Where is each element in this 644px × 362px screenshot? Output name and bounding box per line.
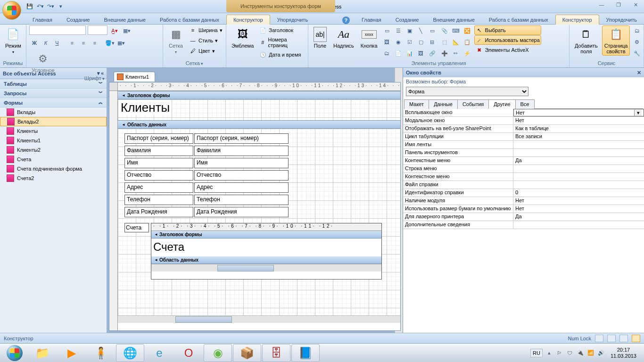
dropdown-icon[interactable]: ▾ bbox=[634, 110, 642, 116]
field-row[interactable]: ТелефонТелефон bbox=[124, 195, 289, 205]
property-row[interactable]: Для лазерного принтераДа bbox=[403, 213, 644, 221]
propsheet-tab[interactable]: Макет bbox=[404, 99, 429, 109]
tool-extra2-icon[interactable]: ⚙ bbox=[632, 37, 642, 47]
form-header-area[interactable]: Клиенты bbox=[118, 99, 400, 120]
property-row[interactable]: Контекстные менюДа bbox=[403, 157, 644, 165]
property-row[interactable]: Имя ленты bbox=[403, 141, 644, 149]
ctrl-page-icon[interactable]: 📄 bbox=[393, 48, 404, 58]
label-button[interactable]: AaНадпись bbox=[331, 25, 356, 50]
propsheet-close-icon[interactable]: ✕ bbox=[637, 70, 641, 76]
ribbon-tab[interactable]: Упорядочить bbox=[270, 15, 315, 25]
select-tool-button[interactable]: ↖Выбрать bbox=[474, 25, 541, 35]
view-datasheet-icon[interactable] bbox=[607, 335, 616, 342]
design-hscroll[interactable] bbox=[109, 315, 400, 323]
use-wizard-button[interactable]: 🪄Использовать мастера bbox=[474, 35, 541, 45]
gridlines-dropdown-icon[interactable]: ▦▾ bbox=[122, 25, 132, 36]
property-row[interactable]: Модальное окноНет bbox=[403, 117, 644, 125]
tray-shield-icon[interactable]: 🛡 bbox=[566, 349, 574, 357]
qat-customize-icon[interactable]: ▾ bbox=[57, 2, 65, 11]
nav-item[interactable]: Вклады2 bbox=[0, 117, 107, 126]
nav-item[interactable]: Счета bbox=[0, 155, 107, 164]
field-label[interactable]: Паспорт (серия, номер) bbox=[124, 133, 193, 144]
ribbon-tab[interactable]: Работа с базами данных bbox=[153, 15, 226, 25]
ctrl-option-icon[interactable]: ◉ bbox=[393, 37, 404, 47]
propsheet-tab[interactable]: Другие bbox=[488, 99, 515, 109]
textbox-button[interactable]: ab|Поле bbox=[311, 25, 329, 50]
ctrl-list-icon[interactable]: ☰ bbox=[393, 25, 404, 36]
emblem-button[interactable]: 🖼 Эмблема bbox=[229, 25, 256, 50]
view-form-icon[interactable] bbox=[595, 335, 603, 342]
ctrl-bound-icon[interactable]: 🖼 bbox=[382, 37, 392, 47]
field-control[interactable]: Адрес bbox=[194, 182, 289, 193]
grid-color-button[interactable]: 🖊Цвет ▾ bbox=[188, 46, 224, 56]
cmdbutton-button[interactable]: xxxxКнопка bbox=[358, 25, 380, 50]
field-row[interactable]: ФамилияФамилия bbox=[124, 146, 289, 156]
align-center-icon[interactable]: ≡ bbox=[78, 38, 89, 48]
field-control[interactable]: Отчество bbox=[194, 170, 289, 181]
grid-width-button[interactable]: ≡Ширина ▾ bbox=[188, 25, 224, 35]
tray-volume-icon[interactable]: 🔊 bbox=[597, 349, 605, 357]
field-control[interactable]: Имя bbox=[194, 158, 289, 168]
bold-button[interactable]: Ж bbox=[29, 38, 40, 48]
taskbar-chrome[interactable]: 🌐 bbox=[116, 344, 144, 362]
field-control[interactable]: Телефон bbox=[194, 195, 289, 205]
ctrl-rect-icon[interactable]: ▭ bbox=[427, 25, 438, 36]
property-row[interactable]: Идентификатор справки0 bbox=[403, 189, 644, 197]
field-control[interactable]: Паспорт (серия, номер) bbox=[194, 133, 289, 144]
detail-area[interactable]: Счета Заголовок формы Счета Область данн… bbox=[118, 129, 400, 315]
grid-button[interactable]: ▦ Сетка ▾ bbox=[166, 25, 186, 57]
tray-network-icon[interactable]: 📶 bbox=[587, 349, 594, 357]
ctrl-unbound-icon[interactable]: 🖼 bbox=[416, 48, 426, 58]
propsheet-tab[interactable]: Все bbox=[515, 99, 535, 109]
ctrl-optgroup-icon[interactable]: ▢ bbox=[416, 37, 426, 47]
horizontal-ruler[interactable] bbox=[118, 82, 400, 91]
field-row[interactable]: Паспорт (серия, номер)Паспорт (серия, но… bbox=[124, 133, 289, 144]
property-row[interactable]: Цикл табуляцииВсе записи bbox=[403, 133, 644, 141]
field-label[interactable]: Фамилия bbox=[124, 146, 193, 156]
taskbar-mediaplayer[interactable]: ▶ bbox=[58, 344, 86, 362]
ctrl-check-icon[interactable]: ☑ bbox=[405, 37, 415, 47]
field-control[interactable]: Дата Рождения bbox=[194, 207, 289, 217]
ctrl-combo-icon[interactable]: ▭ bbox=[382, 25, 392, 36]
view-layout-icon[interactable] bbox=[619, 335, 628, 342]
taskbar-ie[interactable]: e bbox=[145, 344, 173, 362]
nav-item[interactable]: Счета2 bbox=[0, 173, 107, 183]
group-grid-label[interactable]: Сетка bbox=[166, 59, 223, 67]
taskbar-app2[interactable]: ◉ bbox=[204, 344, 232, 362]
property-row[interactable]: Всплывающее окно▾Нет bbox=[403, 109, 644, 117]
help-icon[interactable]: ? bbox=[342, 16, 350, 24]
ribbon-tab-4[interactable]: Конструктор bbox=[555, 15, 599, 25]
ctrl-toggle-icon[interactable]: ⊟ bbox=[427, 37, 438, 47]
tray-language[interactable]: RU bbox=[530, 349, 543, 357]
pagenum-button[interactable]: #Номера страниц bbox=[258, 36, 305, 49]
add-fields-button[interactable]: 🗒Добавить поля bbox=[572, 25, 600, 56]
property-row[interactable]: Дополнительные сведения bbox=[403, 221, 644, 229]
subform-label[interactable]: Счета bbox=[124, 223, 149, 232]
propsheet-tab[interactable]: События bbox=[457, 99, 489, 109]
tray-arrow-icon[interactable]: ▴ bbox=[545, 349, 553, 357]
grid-style-button[interactable]: —Стиль ▾ bbox=[188, 36, 224, 45]
window-restore-icon[interactable]: ❐ bbox=[613, 2, 624, 8]
alt-fill-icon[interactable]: ▦▾ bbox=[116, 38, 126, 48]
start-button[interactable] bbox=[2, 344, 27, 362]
ribbon-tab[interactable]: Конструктор bbox=[226, 15, 270, 25]
subform-control[interactable]: Заголовок формы Счета Область данных bbox=[151, 223, 382, 280]
ribbon-tab-1[interactable]: Создание bbox=[388, 15, 426, 25]
property-row[interactable]: Контекстное меню bbox=[403, 173, 644, 181]
nav-item[interactable]: Счета подчиненная форма bbox=[0, 164, 107, 173]
font-size-select[interactable] bbox=[88, 25, 107, 35]
ribbon-tab-2[interactable]: Внешние данные bbox=[426, 15, 481, 25]
tray-clock[interactable]: 20:1711.03.2013 bbox=[608, 347, 639, 359]
qat-redo-icon[interactable]: ↷▾ bbox=[46, 2, 55, 11]
controls-gallery[interactable]: ▭ ☰ ▣ ╲ ▭ 🖼 ◉ ☑ ▢ ⊟ 🗂 📄 📊 🖼 🔗 bbox=[382, 25, 438, 58]
ribbon-tab[interactable]: Создание bbox=[59, 15, 97, 25]
taskbar-word[interactable]: 📘 bbox=[291, 344, 320, 362]
document-tab[interactable]: Клиенты1 bbox=[114, 72, 155, 82]
property-row[interactable]: Использовать размер бумаги по умолчаниюН… bbox=[403, 205, 644, 213]
ctrl-hyperlink-icon[interactable]: 🔗 bbox=[427, 48, 438, 58]
office-button[interactable] bbox=[2, 1, 21, 20]
window-close-icon[interactable]: ✕ bbox=[630, 2, 641, 8]
propsheet-tab[interactable]: Данные bbox=[429, 99, 458, 109]
align-left-icon[interactable]: ≡ bbox=[67, 38, 77, 48]
field-label[interactable]: Дата Рождения bbox=[124, 207, 193, 217]
